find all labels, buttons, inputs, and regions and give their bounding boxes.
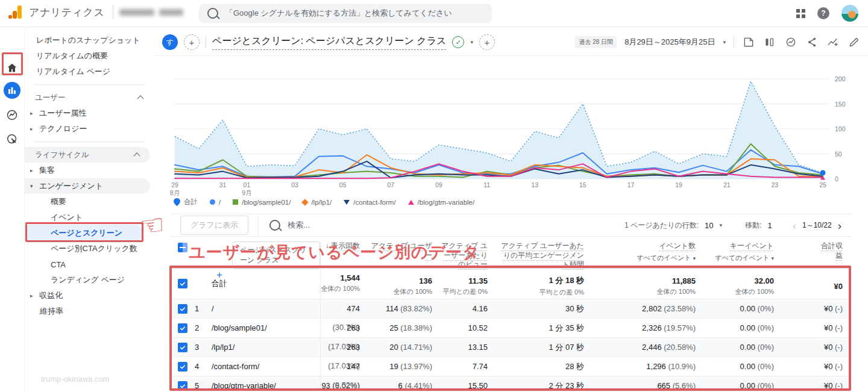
sidebar-item-label: ユーザー属性 bbox=[39, 108, 87, 119]
legend-item[interactable]: /contact-form/ bbox=[344, 199, 395, 206]
row-page-path: /lp/lp1/ bbox=[212, 338, 320, 356]
sidebar-item[interactable]: ▾エンゲージメント bbox=[24, 178, 150, 194]
sidebar-item-label: リアルタイムの概要 bbox=[36, 51, 108, 61]
divider bbox=[113, 5, 113, 19]
apps-grid-icon[interactable] bbox=[796, 9, 805, 18]
data-quality-icon[interactable]: ✓ bbox=[452, 36, 464, 48]
column-header-key-events[interactable]: キーイベント すべてのイベント ▾ bbox=[704, 241, 782, 262]
insights-sparkle-icon[interactable] bbox=[826, 36, 840, 49]
prev-page-icon[interactable]: ‹ bbox=[793, 220, 796, 231]
chevron-up-icon[interactable] bbox=[133, 152, 140, 159]
row-active-users: 25 (18.38%) bbox=[368, 319, 441, 337]
dimension-selector[interactable]: ページパスとスクリーン クラス bbox=[232, 241, 320, 269]
chevron-down-icon[interactable]: ▾ bbox=[723, 39, 726, 45]
sidebar-item[interactable]: ページ別CTAクリック数 bbox=[24, 241, 154, 257]
row-views: 263 (17.03%) bbox=[320, 319, 368, 337]
audience-chip[interactable]: す bbox=[162, 34, 178, 50]
table-row: 4 /contact-form/ 147 (9.52%) 19 (13.97%)… bbox=[171, 356, 851, 376]
sidebar-item[interactable]: ▸ユーザー属性 bbox=[24, 105, 154, 121]
totals-engagement: 1 分 18 秒平均との差 0% bbox=[496, 270, 593, 297]
column-header-events[interactable]: イベント数 すべてのイベント ▾ bbox=[593, 241, 704, 262]
analytics-logo-icon[interactable] bbox=[8, 5, 23, 19]
row-checkbox[interactable] bbox=[178, 279, 187, 288]
note-icon[interactable] bbox=[742, 36, 755, 49]
account-property-name-blurred[interactable] bbox=[119, 9, 183, 16]
row-page-path: /blog/gtm-variable/ bbox=[212, 376, 320, 392]
totals-label: 合計 bbox=[212, 278, 320, 289]
legend-label: / bbox=[219, 199, 221, 206]
next-page-icon[interactable]: › bbox=[838, 220, 841, 231]
legend-item[interactable]: /blog/sample01/ bbox=[233, 199, 291, 206]
table-search-input[interactable]: 検索... bbox=[269, 220, 310, 231]
add-comparison-icon[interactable]: + bbox=[184, 34, 200, 50]
row-engagement: 1 分 35 秒 bbox=[496, 319, 593, 337]
chevron-down-icon[interactable]: ▾ bbox=[470, 39, 473, 45]
sidebar-item[interactable]: リアルタイム ページ bbox=[24, 64, 154, 79]
svg-text:13: 13 bbox=[531, 181, 538, 188]
insights-circle-icon[interactable] bbox=[784, 36, 797, 49]
edit-icon[interactable] bbox=[848, 36, 861, 49]
row-checkbox[interactable] bbox=[178, 323, 187, 333]
goto-page-input[interactable]: 1 bbox=[767, 221, 772, 230]
diamond-marker-icon bbox=[302, 199, 309, 205]
sidebar-item[interactable]: ▸集客 bbox=[24, 163, 154, 178]
add-metric-icon[interactable]: + bbox=[479, 34, 495, 50]
report-main: す + ページとスクリーン: ページパスとスクリーン クラス ✓ ▾ + 過去 … bbox=[154, 26, 868, 392]
legend-item[interactable]: /blog/gtm-variable/ bbox=[408, 199, 475, 206]
chevron-down-icon[interactable]: ▾ bbox=[771, 255, 774, 261]
chevron-down-icon[interactable]: ▾ bbox=[720, 222, 723, 228]
avatar[interactable] bbox=[841, 5, 858, 22]
plot-rows-button[interactable]: グラフに表示 bbox=[180, 216, 248, 235]
sidebar-item-pages-and-screens[interactable]: ページとスクリーン bbox=[24, 225, 143, 241]
row-checkbox[interactable] bbox=[178, 304, 187, 314]
row-checkbox[interactable] bbox=[178, 381, 187, 391]
help-icon[interactable]: ? bbox=[817, 7, 829, 19]
legend-item[interactable]: / bbox=[210, 199, 221, 206]
report-title[interactable]: ページとスクリーン: ページパスとスクリーン クラス bbox=[212, 35, 446, 50]
row-rank: 2 bbox=[195, 319, 212, 337]
column-header-revenue[interactable]: 合計収益 bbox=[782, 241, 851, 260]
chevron-down-icon[interactable]: ▾ bbox=[693, 255, 696, 261]
sidebar-item[interactable]: ユーザー bbox=[24, 90, 154, 105]
column-header-active-users[interactable]: アクティブ ユーザー bbox=[368, 241, 441, 260]
chevron-right-icon[interactable]: ▸ bbox=[30, 167, 34, 173]
sidebar-item[interactable]: イベント bbox=[24, 210, 154, 225]
sidebar-item[interactable]: CTA bbox=[24, 257, 154, 272]
share-icon[interactable] bbox=[805, 36, 819, 49]
row-checkbox[interactable] bbox=[178, 343, 187, 352]
comparison-icon[interactable] bbox=[763, 36, 776, 49]
reports-icon[interactable] bbox=[4, 82, 20, 99]
row-views-per-user: 7.74 bbox=[441, 357, 496, 376]
global-search-input[interactable]: 「Google シグナルを有効にする方法」と検索してみてください bbox=[199, 4, 492, 23]
home-icon[interactable] bbox=[5, 61, 19, 77]
chevron-down-icon[interactable]: ▾ bbox=[30, 183, 34, 189]
column-header-avg-engagement[interactable]: アクティブ ユーザーあたりの平均エンゲージメント時間 bbox=[496, 241, 593, 270]
column-header-views[interactable]: ↓ 表示回数 bbox=[320, 241, 368, 268]
sidebar-item[interactable]: ライフサイクル bbox=[24, 147, 150, 163]
date-range-value[interactable]: 8月29日～2025年9月25日 bbox=[624, 37, 715, 48]
advertising-icon[interactable] bbox=[5, 132, 19, 148]
sidebar-item[interactable]: ▸テクノロジー bbox=[24, 121, 154, 137]
chevron-right-icon[interactable]: ▸ bbox=[30, 293, 34, 299]
traffic-trend-chart[interactable]: 200150100500298月31019月030507091113151719… bbox=[154, 57, 868, 207]
legend-label: /lp/lp1/ bbox=[311, 199, 332, 206]
select-all-checkbox[interactable] bbox=[178, 243, 187, 252]
row-views: 263 (17.03%) bbox=[320, 338, 368, 356]
sidebar-item[interactable]: 維持率 bbox=[24, 303, 154, 319]
sidebar-item[interactable]: ランディング ページ bbox=[24, 272, 154, 288]
sidebar-item[interactable]: レポートのスナップショット bbox=[24, 33, 154, 48]
chevron-right-icon[interactable]: ▸ bbox=[30, 110, 34, 116]
chevron-up-icon[interactable] bbox=[137, 95, 143, 102]
row-checkbox[interactable] bbox=[178, 362, 187, 372]
column-header-views-per-user[interactable]: アクティブ ユーザーあたりのビュー bbox=[441, 241, 496, 270]
explore-icon[interactable] bbox=[5, 108, 19, 124]
sidebar-item[interactable]: ▸収益化 bbox=[24, 288, 154, 303]
sidebar-item[interactable]: 概要 bbox=[24, 194, 154, 210]
row-select-cell bbox=[171, 376, 195, 392]
chevron-right-icon[interactable]: ▸ bbox=[30, 126, 34, 132]
rows-per-page-select[interactable]: 10 bbox=[705, 221, 713, 230]
legend-item[interactable]: /lp/lp1/ bbox=[303, 199, 332, 206]
legend-item[interactable]: 合計 bbox=[174, 198, 198, 207]
sidebar-item[interactable]: リアルタイムの概要 bbox=[24, 48, 154, 64]
row-key-events: 0.00 (0%) bbox=[704, 376, 782, 392]
